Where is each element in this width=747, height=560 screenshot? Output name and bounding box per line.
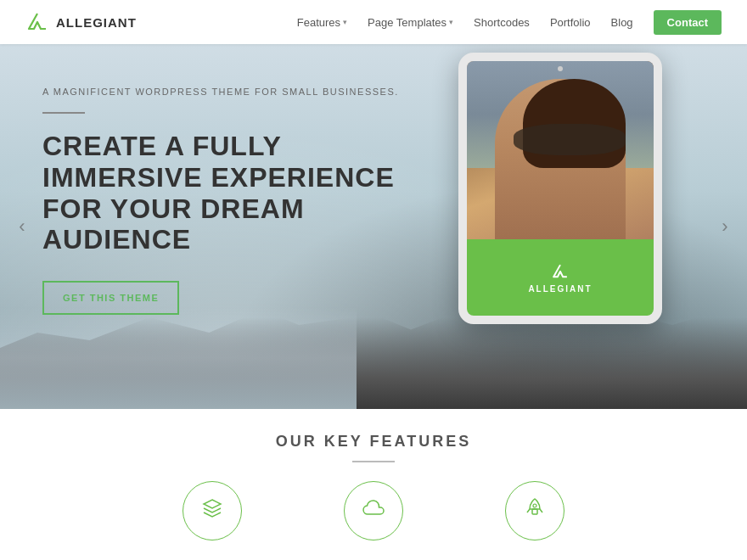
tablet-person-image xyxy=(467,61,654,239)
nav-page-templates[interactable]: Page Templates ▾ xyxy=(368,16,453,29)
features-section: OUR KEY FEATURES xyxy=(0,409,747,560)
svg-point-2 xyxy=(533,504,536,507)
hero-section: A MAGNIFICENT WORDPRESS THEME FOR SMALL … xyxy=(0,44,747,409)
rocket-icon xyxy=(525,497,545,524)
cloud-icon xyxy=(362,499,385,523)
logo-text: ALLEGIANT xyxy=(56,15,137,30)
nav-blog[interactable]: Blog xyxy=(611,16,633,29)
tablet-screen: ALLEGIANT xyxy=(467,61,654,316)
tablet-device: ALLEGIANT xyxy=(458,53,662,324)
feature-layers xyxy=(183,481,242,540)
header: ALLEGIANT Features ▾ Page Templates ▾ Sh… xyxy=(0,0,747,44)
nav-shortcodes[interactable]: Shortcodes xyxy=(474,16,530,29)
logo[interactable]: ALLEGIANT xyxy=(25,10,137,34)
nav-contact-button[interactable]: Contact xyxy=(654,10,722,35)
nav-features[interactable]: Features ▾ xyxy=(297,16,347,29)
layers-icon xyxy=(201,497,223,524)
hero-subtitle: A MAGNIFICENT WORDPRESS THEME FOR SMALL … xyxy=(42,87,399,97)
get-theme-button[interactable]: GET THIS THEME xyxy=(42,281,179,315)
tablet-logo-icon xyxy=(551,262,570,281)
tablet-brand-text: ALLEGIANT xyxy=(528,284,592,294)
feature-cloud xyxy=(344,481,403,540)
hero-next-arrow[interactable]: › xyxy=(711,213,739,240)
hero-divider xyxy=(42,112,85,114)
tablet-glasses xyxy=(514,124,626,156)
tablet-mockup: ALLEGIANT xyxy=(458,53,662,324)
feature-rocket xyxy=(505,481,564,540)
features-title: OUR KEY FEATURES xyxy=(276,433,471,451)
chevron-down-icon: ▾ xyxy=(449,18,453,26)
main-nav: Features ▾ Page Templates ▾ Shortcodes P… xyxy=(297,10,722,35)
tablet-brand-bar: ALLEGIANT xyxy=(467,239,654,316)
tablet-camera xyxy=(558,66,563,71)
hero-title: CREATE A FULLY IMMERSIVE EXPERIENCE FOR … xyxy=(42,131,399,255)
hero-water xyxy=(0,307,357,409)
logo-icon xyxy=(25,10,49,34)
features-icons-row xyxy=(183,481,564,540)
svg-marker-0 xyxy=(204,500,221,508)
hero-prev-arrow[interactable]: ‹ xyxy=(8,213,36,240)
chevron-down-icon: ▾ xyxy=(343,18,347,26)
features-divider xyxy=(352,461,395,462)
nav-portfolio[interactable]: Portfolio xyxy=(550,16,591,29)
svg-rect-1 xyxy=(532,509,537,514)
hero-content: A MAGNIFICENT WORDPRESS THEME FOR SMALL … xyxy=(42,87,399,315)
